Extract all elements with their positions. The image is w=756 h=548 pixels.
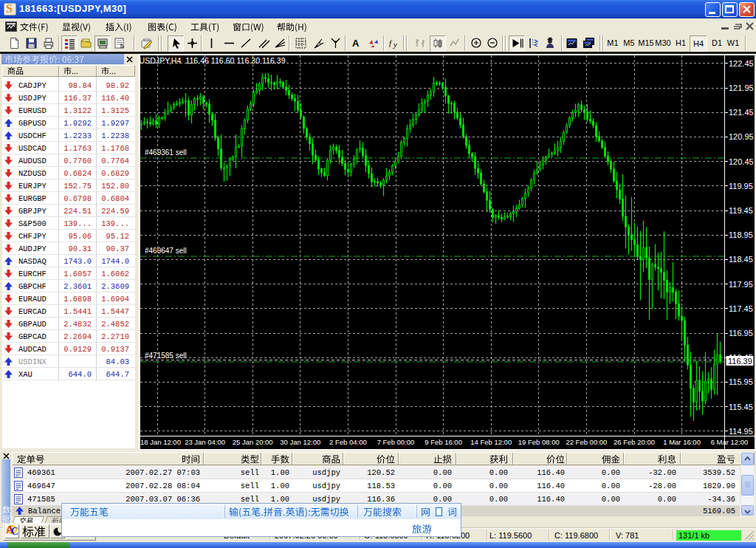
svg-text:6 Mar 12:00: 6 Mar 12:00	[711, 438, 749, 446]
svg-text:120.45: 120.45	[729, 157, 754, 166]
svg-text:25 Jan 20:00: 25 Jan 20:00	[233, 438, 273, 446]
svg-text:121.45: 121.45	[729, 108, 754, 117]
svg-text:118.95: 118.95	[729, 230, 753, 239]
svg-text:14 Feb 12:00: 14 Feb 12:00	[470, 438, 512, 446]
svg-text:f: f	[389, 38, 393, 47]
svg-text:115.95: 115.95	[729, 377, 753, 386]
svg-text:A: A	[352, 38, 360, 49]
svg-text:22 Feb 00:00: 22 Feb 00:00	[566, 438, 607, 446]
svg-text:117.95: 117.95	[729, 280, 753, 289]
svg-text:9 Feb 16:00: 9 Feb 16:00	[425, 438, 462, 446]
svg-text:116.39: 116.39	[728, 357, 752, 366]
svg-text:7 Feb 00:00: 7 Feb 00:00	[377, 438, 415, 446]
svg-text:1 Mar 16:00: 1 Mar 16:00	[663, 438, 701, 446]
svg-text:120.95: 120.95	[729, 132, 754, 141]
svg-text:USDJPY,H4 116.46 116.60 116.3: USDJPY,H4 116.46 116.60 116.30 116.39	[140, 56, 286, 65]
svg-text:119.95: 119.95	[729, 182, 753, 191]
svg-text:23 Jan 04:00: 23 Jan 04:00	[185, 438, 225, 446]
svg-text:19 Feb 08:00: 19 Feb 08:00	[518, 438, 560, 446]
svg-text:#471585 sell: #471585 sell	[145, 352, 187, 360]
svg-text:116.95: 116.95	[729, 329, 753, 338]
svg-text:26 Feb 20:00: 26 Feb 20:00	[614, 438, 655, 446]
svg-text:y: y	[393, 40, 397, 49]
svg-text:122.45: 122.45	[729, 59, 754, 68]
svg-text:2 Feb 04:00: 2 Feb 04:00	[329, 438, 367, 446]
svg-text:114.95: 114.95	[729, 427, 753, 436]
svg-text:30 Jan 12:00: 30 Jan 12:00	[280, 438, 320, 446]
svg-text:117.45: 117.45	[729, 304, 753, 313]
svg-text:119.45: 119.45	[729, 206, 753, 215]
svg-text:115.45: 115.45	[729, 403, 753, 411]
svg-text:#469361 sell: #469361 sell	[145, 148, 187, 157]
svg-text:#469647 sell: #469647 sell	[145, 247, 187, 255]
svg-text:121.95: 121.95	[729, 83, 754, 92]
svg-text:18 Jan 12:00: 18 Jan 12:00	[140, 438, 181, 446]
svg-text:118.45: 118.45	[729, 255, 753, 264]
